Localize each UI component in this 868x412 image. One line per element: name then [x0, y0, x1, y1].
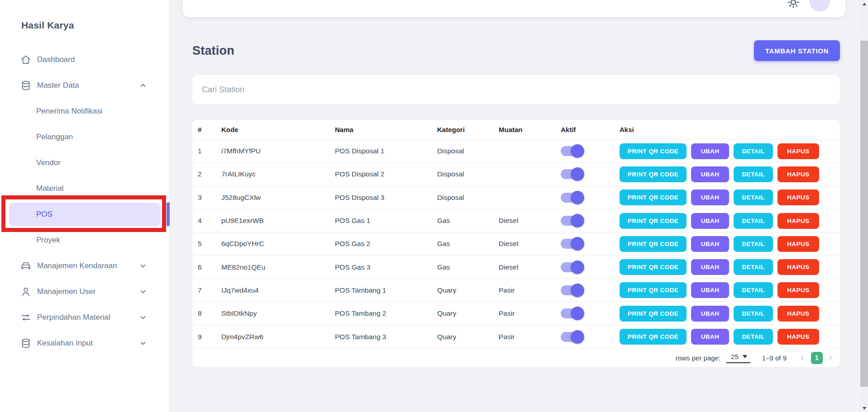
cell-nama: POS Gas 2: [335, 240, 437, 248]
chevron-right-icon[interactable]: [827, 355, 834, 361]
table-row: 8 StbIDtkNpy POS Tambang 2 Quary Pasir P…: [192, 302, 840, 325]
detail-button[interactable]: DETAIL: [734, 143, 773, 159]
detail-button[interactable]: DETAIL: [734, 259, 773, 275]
ubah-button[interactable]: UBAH: [691, 166, 729, 182]
ubah-button[interactable]: UBAH: [691, 236, 729, 252]
cell-no: 7: [198, 286, 221, 294]
detail-button[interactable]: DETAIL: [734, 166, 773, 182]
detail-button[interactable]: DETAIL: [734, 282, 773, 298]
sidebar-subitem-penerima-notifikasi[interactable]: Penerima Notifikasi: [0, 98, 169, 124]
print-qr-code-button[interactable]: PRINT QR CODE: [620, 329, 687, 345]
cell-aksi: PRINT QR CODE UBAH DETAIL HAPUS: [620, 306, 840, 322]
cell-muatan: Pasir: [499, 309, 561, 317]
column-header-kategori: Kategori: [437, 126, 499, 133]
ubah-button[interactable]: UBAH: [691, 143, 729, 159]
cell-no: 1: [198, 147, 221, 155]
column-header-aktif: Aktif: [561, 126, 620, 133]
theme-sun-icon[interactable]: [787, 0, 800, 9]
sidebar-item-manajemen-kendaraan[interactable]: Manajemen Kendaraan: [0, 253, 169, 279]
aktif-toggle[interactable]: [561, 308, 583, 318]
cell-aktif: [561, 146, 620, 156]
aktif-toggle[interactable]: [561, 169, 583, 179]
sidebar-subitem-pos[interactable]: POS: [0, 201, 169, 227]
scrollbar-thumb[interactable]: [860, 41, 868, 387]
page-1-button[interactable]: 1: [811, 352, 823, 364]
aktif-toggle[interactable]: [561, 332, 583, 342]
tambah-station-button[interactable]: TAMBAH STATION: [754, 40, 840, 61]
sidebar-item-dashboard[interactable]: Dashboard: [0, 47, 169, 72]
cell-kategori: Disposal: [437, 147, 499, 155]
scrollbar-down-arrow[interactable]: [860, 404, 868, 412]
search-input[interactable]: [192, 75, 840, 104]
sidebar-item-master-data[interactable]: Master Data: [0, 72, 169, 98]
detail-button[interactable]: DETAIL: [734, 306, 773, 322]
cell-aksi: PRINT QR CODE UBAH DETAIL HAPUS: [620, 189, 840, 205]
hapus-button[interactable]: HAPUS: [777, 306, 819, 322]
rows-per-page-select[interactable]: 25: [726, 352, 750, 363]
hapus-button[interactable]: HAPUS: [777, 166, 819, 182]
ubah-button[interactable]: UBAH: [691, 213, 729, 229]
sidebar-subitem-proyek[interactable]: Proyek: [0, 227, 169, 253]
chevron-down-icon: [139, 340, 147, 347]
chevron-up-icon: [139, 82, 147, 89]
sidebar-item-label: Dashboard: [37, 55, 75, 64]
hapus-button[interactable]: HAPUS: [777, 213, 819, 229]
ubah-button[interactable]: UBAH: [691, 329, 729, 345]
chevron-left-icon[interactable]: [799, 355, 806, 361]
sidebar-subitem-pelanggan[interactable]: Pelanggan: [0, 124, 169, 150]
sidebar-subitem-material[interactable]: Material: [0, 175, 169, 201]
database-icon: [20, 338, 31, 349]
aktif-toggle[interactable]: [561, 146, 583, 156]
station-table-card: # Kode Nama Kategori Muatan Aktif Aksi 1…: [192, 120, 840, 367]
aktif-toggle[interactable]: [561, 262, 583, 272]
ubah-button[interactable]: UBAH: [691, 259, 729, 275]
chevron-down-icon: [139, 314, 147, 321]
detail-button[interactable]: DETAIL: [734, 213, 773, 229]
hapus-button[interactable]: HAPUS: [777, 329, 819, 345]
page-header: Station TAMBAH STATION: [192, 40, 840, 61]
vertical-scrollbar[interactable]: [860, 0, 868, 412]
print-qr-code-button[interactable]: PRINT QR CODE: [620, 306, 687, 322]
table-row: 1 i7MfhMYfPU POS Disposal 1 Disposal PRI…: [192, 140, 840, 163]
topbar: [183, 0, 845, 17]
user-avatar[interactable]: [809, 0, 830, 12]
sidebar-scrollbar-thumb[interactable]: [167, 202, 170, 226]
sidebar-item-perpindahan-material[interactable]: Perpindahan Material: [0, 304, 169, 330]
cell-nama: POS Disposal 3: [335, 194, 437, 202]
print-qr-code-button[interactable]: PRINT QR CODE: [620, 259, 687, 275]
user-icon: [20, 286, 31, 297]
ubah-button[interactable]: UBAH: [691, 282, 729, 298]
scrollbar-up-arrow[interactable]: [860, 0, 868, 8]
print-qr-code-button[interactable]: PRINT QR CODE: [620, 166, 687, 182]
cell-nama: POS Disposal 1: [335, 147, 437, 155]
cell-no: 5: [198, 240, 221, 248]
aktif-toggle[interactable]: [561, 239, 583, 249]
column-header-aksi: Aksi: [620, 126, 840, 133]
aktif-toggle[interactable]: [561, 285, 583, 295]
print-qr-code-button[interactable]: PRINT QR CODE: [620, 189, 687, 205]
hapus-button[interactable]: HAPUS: [777, 282, 819, 298]
hapus-button[interactable]: HAPUS: [777, 143, 819, 159]
print-qr-code-button[interactable]: PRINT QR CODE: [620, 282, 687, 298]
hapus-button[interactable]: HAPUS: [777, 259, 819, 275]
detail-button[interactable]: DETAIL: [734, 189, 773, 205]
sidebar-item-manajemen-user[interactable]: Manajemen User: [0, 279, 169, 304]
ubah-button[interactable]: UBAH: [691, 189, 729, 205]
sidebar-item-kesalahan-input[interactable]: Kesalahan Input: [0, 330, 169, 356]
hapus-button[interactable]: HAPUS: [777, 236, 819, 252]
print-qr-code-button[interactable]: PRINT QR CODE: [620, 213, 687, 229]
aktif-toggle[interactable]: [561, 216, 583, 226]
aktif-toggle[interactable]: [561, 193, 583, 203]
cell-nama: POS Tambang 3: [335, 333, 437, 341]
cell-kode: J528ugCXlw: [221, 194, 335, 202]
cell-aksi: PRINT QR CODE UBAH DETAIL HAPUS: [620, 143, 840, 159]
detail-button[interactable]: DETAIL: [734, 329, 773, 345]
ubah-button[interactable]: UBAH: [691, 306, 729, 322]
sidebar-subitem-vendor[interactable]: Vendor: [0, 150, 169, 175]
cell-no: 9: [198, 333, 221, 341]
detail-button[interactable]: DETAIL: [734, 236, 773, 252]
hapus-button[interactable]: HAPUS: [777, 189, 819, 205]
print-qr-code-button[interactable]: PRINT QR CODE: [620, 143, 687, 159]
print-qr-code-button[interactable]: PRINT QR CODE: [620, 236, 687, 252]
column-header-no: #: [198, 126, 221, 133]
